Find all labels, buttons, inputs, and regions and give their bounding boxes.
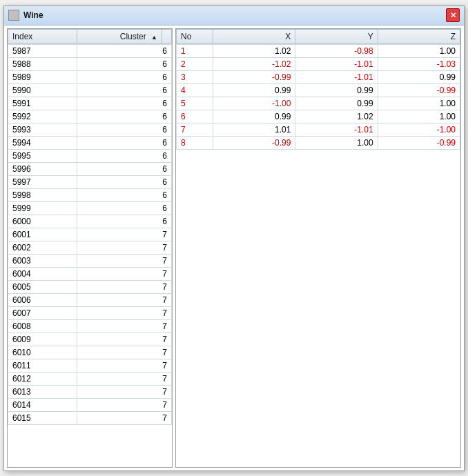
right-table-row[interactable]: 5-1.000.991.00 [177, 97, 460, 110]
right-cell-z: 1.00 [378, 97, 460, 110]
right-cell-no: 5 [177, 97, 213, 110]
left-table-row[interactable]: 59886 [8, 57, 172, 70]
left-table-row[interactable]: 59996 [8, 201, 172, 215]
left-cell-index: 6012 [8, 372, 77, 385]
left-cell-index: 6011 [8, 359, 77, 372]
left-table-row[interactable]: 59916 [8, 97, 172, 110]
right-cell-no: 1 [177, 44, 213, 57]
close-button[interactable]: ✕ [446, 8, 460, 22]
right-cell-y: 0.99 [295, 97, 378, 110]
left-header-cluster[interactable]: Cluster ▲ [77, 29, 162, 43]
right-cell-x: -1.00 [213, 97, 295, 110]
left-cell-index: 6007 [8, 306, 77, 319]
left-table-row[interactable]: 60137 [8, 385, 172, 398]
right-header-no[interactable]: No [177, 29, 213, 43]
left-table-scroll[interactable]: 5987659886598965990659916599265993659946… [8, 44, 172, 467]
left-table-row[interactable]: 59906 [8, 83, 172, 97]
right-cell-no: 8 [177, 136, 213, 149]
left-cell-cluster: 7 [77, 333, 172, 346]
left-table-row[interactable]: 60057 [8, 280, 172, 293]
left-table-row[interactable]: 59946 [8, 136, 172, 149]
right-cell-y: -1.01 [295, 123, 378, 136]
left-table-row[interactable]: 60117 [8, 359, 172, 372]
right-cell-z: 1.00 [378, 110, 460, 123]
right-table-row[interactable]: 71.01-1.01-1.00 [177, 123, 460, 136]
left-table-row[interactable]: 59966 [8, 162, 172, 175]
right-panel: No X Y Z [175, 28, 461, 468]
left-cell-index: 6013 [8, 385, 77, 398]
left-cell-index: 5997 [8, 175, 77, 188]
left-cell-index: 6002 [8, 241, 77, 254]
left-cell-cluster: 7 [77, 254, 172, 267]
left-cell-index: 6009 [8, 333, 77, 346]
left-cell-cluster: 7 [77, 306, 172, 319]
right-table-row[interactable]: 3-0.99-1.010.99 [177, 70, 460, 83]
left-table-row[interactable]: 59936 [8, 123, 172, 136]
left-table-row[interactable]: 60047 [8, 267, 172, 280]
left-table-row[interactable]: 60097 [8, 333, 172, 346]
left-cell-index: 5989 [8, 70, 77, 83]
right-header-x[interactable]: X [213, 29, 295, 43]
left-header-index[interactable]: Index [8, 29, 77, 43]
left-cell-cluster: 6 [77, 201, 172, 215]
left-cell-cluster: 7 [77, 280, 172, 293]
right-table-container: No X Y Z [176, 29, 460, 467]
left-table-row[interactable]: 60147 [8, 398, 172, 411]
left-table-row[interactable]: 59986 [8, 188, 172, 201]
left-table-row[interactable]: 59876 [8, 44, 172, 57]
right-header-z[interactable]: Z [378, 29, 460, 43]
sort-arrow-icon: ▲ [151, 34, 157, 41]
right-table-header: No X Y Z [176, 29, 460, 44]
right-cell-x: 0.99 [213, 83, 295, 97]
left-table-row[interactable]: 60087 [8, 319, 172, 333]
left-table-row[interactable]: 59896 [8, 70, 172, 83]
left-cell-cluster: 7 [77, 228, 172, 241]
right-cell-z: 1.00 [378, 44, 460, 57]
left-table-row[interactable]: 60077 [8, 306, 172, 319]
left-table-row[interactable]: 59976 [8, 175, 172, 188]
right-cell-z: -0.99 [378, 83, 460, 97]
left-table-row[interactable]: 59926 [8, 110, 172, 123]
left-table-row[interactable]: 60027 [8, 241, 172, 254]
left-cell-index: 5996 [8, 162, 77, 175]
right-cell-x: 0.99 [213, 110, 295, 123]
left-cell-cluster: 7 [77, 398, 172, 411]
right-table-scroll[interactable]: 11.02-0.981.002-1.02-1.01-1.033-0.99-1.0… [176, 44, 460, 467]
left-data-table: 5987659886598965990659916599265993659946… [8, 44, 172, 425]
left-cell-cluster: 6 [77, 123, 172, 136]
left-cell-index: 6014 [8, 398, 77, 411]
left-table-row[interactable]: 59956 [8, 149, 172, 162]
left-table-row[interactable]: 60017 [8, 228, 172, 241]
left-table-row[interactable]: 60067 [8, 293, 172, 306]
left-panel: Index Cluster ▲ [7, 28, 173, 468]
right-cell-x: -0.99 [213, 70, 295, 83]
right-header-y[interactable]: Y [295, 29, 378, 43]
right-table-row[interactable]: 60.991.021.00 [177, 110, 460, 123]
left-cell-index: 5995 [8, 149, 77, 162]
left-cell-cluster: 6 [77, 44, 172, 57]
right-cell-no: 4 [177, 83, 213, 97]
left-table-row[interactable]: 60006 [8, 215, 172, 228]
right-data-table: 11.02-0.981.002-1.02-1.01-1.033-0.99-1.0… [176, 44, 460, 150]
left-cell-index: 6004 [8, 267, 77, 280]
left-cell-cluster: 6 [77, 162, 172, 175]
left-table-row[interactable]: 60107 [8, 346, 172, 359]
left-cell-index: 5988 [8, 57, 77, 70]
left-cell-cluster: 6 [77, 215, 172, 228]
left-table-row[interactable]: 60157 [8, 411, 172, 424]
left-table-row[interactable]: 60037 [8, 254, 172, 267]
left-table-row[interactable]: 60127 [8, 372, 172, 385]
left-cell-index: 6000 [8, 215, 77, 228]
right-cell-no: 7 [177, 123, 213, 136]
right-cell-z: -1.03 [378, 57, 460, 70]
left-cell-index: 6001 [8, 228, 77, 241]
right-cell-y: 0.99 [295, 83, 378, 97]
right-table-row[interactable]: 2-1.02-1.01-1.03 [177, 57, 460, 70]
right-table-row[interactable]: 40.990.99-0.99 [177, 83, 460, 97]
right-cell-x: 1.02 [213, 44, 295, 57]
right-cell-y: -0.98 [295, 44, 378, 57]
right-table-row[interactable]: 8-0.991.00-0.99 [177, 136, 460, 149]
right-table-row[interactable]: 11.02-0.981.00 [177, 44, 460, 57]
right-cell-y: -1.01 [295, 57, 378, 70]
left-cell-index: 6006 [8, 293, 77, 306]
